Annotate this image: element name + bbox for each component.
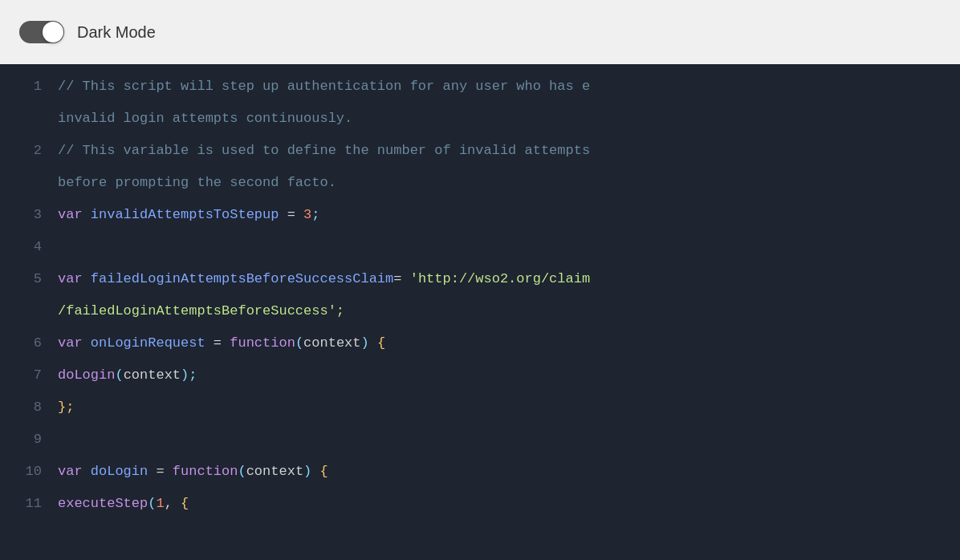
code-token: onLoginRequest bbox=[91, 335, 205, 351]
line-number: 10 bbox=[0, 456, 58, 488]
code-token: 3 bbox=[303, 207, 311, 222]
code-token: { bbox=[181, 496, 189, 511]
code-line-8: 8}; bbox=[0, 392, 960, 424]
code-token: 1 bbox=[156, 496, 164, 511]
toolbar: Dark Mode bbox=[0, 0, 960, 64]
code-token: ) bbox=[361, 335, 369, 351]
code-token: = bbox=[393, 271, 409, 286]
line-content: executeStep(1, { bbox=[58, 488, 960, 520]
code-token: doLogin bbox=[91, 464, 148, 479]
line-content: var invalidAttemptsToStepup = 3; bbox=[58, 199, 960, 231]
code-token: var bbox=[58, 271, 91, 286]
code-token: ( bbox=[295, 335, 303, 351]
code-line-6: 6var onLoginRequest = function(context) … bbox=[0, 327, 960, 359]
code-token: , bbox=[165, 496, 181, 511]
code-token: context bbox=[124, 367, 181, 383]
line-number: 1 bbox=[0, 71, 58, 103]
code-token: ( bbox=[148, 496, 156, 511]
code-line-9: 9 bbox=[0, 424, 960, 456]
code-token: var bbox=[58, 335, 91, 351]
line-number: 8 bbox=[0, 392, 58, 424]
code-line-10: 10var doLogin = function(context) { bbox=[0, 456, 960, 488]
line-number: 4 bbox=[0, 231, 58, 263]
code-line-3: 3var invalidAttemptsToStepup = 3; bbox=[0, 199, 960, 231]
code-line-11: 11 executeStep(1, { bbox=[0, 488, 960, 520]
code-line-2: 2// This variable is used to define the … bbox=[0, 135, 960, 199]
code-continuation-line: invalid login attempts continuously. bbox=[58, 103, 960, 135]
code-token: /failedLoginAttemptsBeforeSuccess'; bbox=[58, 303, 344, 319]
code-token: }; bbox=[58, 400, 74, 415]
code-token: executeStep bbox=[58, 496, 148, 511]
code-token: function bbox=[173, 464, 238, 479]
line-number: 9 bbox=[0, 424, 58, 456]
code-first-line: var failedLoginAttemptsBeforeSuccessClai… bbox=[58, 263, 960, 295]
code-token: = bbox=[148, 464, 173, 479]
code-token: function bbox=[230, 335, 295, 351]
line-content: var onLoginRequest = function(context) { bbox=[58, 327, 960, 359]
code-continuation-line: /failedLoginAttemptsBeforeSuccess'; bbox=[58, 295, 960, 327]
line-content: }; bbox=[58, 392, 960, 424]
code-first-line: // This script will step up authenticati… bbox=[58, 71, 960, 103]
line-content: var doLogin = function(context) { bbox=[58, 456, 960, 488]
code-token: var bbox=[58, 464, 91, 479]
code-token: = bbox=[205, 335, 230, 351]
code-token: = bbox=[279, 207, 303, 222]
code-token: doLogin bbox=[58, 367, 115, 383]
code-continuation-line: before prompting the second facto. bbox=[58, 167, 960, 199]
line-number: 2 bbox=[0, 135, 58, 167]
code-token: ( bbox=[115, 367, 123, 383]
code-lines-wrap: // This variable is used to define the n… bbox=[58, 135, 960, 199]
code-editor: 1// This script will step up authenticat… bbox=[0, 64, 960, 560]
code-line-4: 4 bbox=[0, 231, 960, 263]
dark-mode-toggle[interactable] bbox=[19, 21, 64, 43]
line-number: 6 bbox=[0, 327, 58, 359]
code-token: context bbox=[303, 335, 360, 351]
code-token: before prompting the second facto. bbox=[58, 175, 336, 190]
code-line-5: 5var failedLoginAttemptsBeforeSuccessCla… bbox=[0, 263, 960, 327]
code-token: ) bbox=[181, 367, 189, 383]
code-token: ; bbox=[189, 367, 197, 383]
line-number: 11 bbox=[0, 488, 58, 520]
code-token: context bbox=[246, 464, 303, 479]
line-number: 7 bbox=[0, 359, 58, 392]
code-token: 'http://wso2.org/claim bbox=[410, 271, 590, 286]
code-token: // This variable is used to define the n… bbox=[58, 143, 590, 158]
code-token: ) bbox=[303, 464, 311, 479]
code-token: { bbox=[369, 335, 385, 351]
code-line-1: 1// This script will step up authenticat… bbox=[0, 71, 960, 135]
line-number: 5 bbox=[0, 263, 58, 295]
code-lines-wrap: // This script will step up authenticati… bbox=[58, 71, 960, 135]
code-token: var bbox=[58, 207, 91, 222]
code-line-7: 7 doLogin(context); bbox=[0, 359, 960, 392]
code-token: ( bbox=[238, 464, 246, 479]
dark-mode-label: Dark Mode bbox=[77, 23, 156, 42]
code-token: // This script will step up authenticati… bbox=[58, 79, 590, 94]
code-token: invalidAttemptsToStepup bbox=[91, 207, 279, 222]
line-number: 3 bbox=[0, 199, 58, 231]
toggle-thumb bbox=[43, 22, 63, 43]
code-token: failedLoginAttemptsBeforeSuccessClaim bbox=[91, 271, 393, 286]
code-lines-wrap: var failedLoginAttemptsBeforeSuccessClai… bbox=[58, 263, 960, 327]
code-token: invalid login attempts continuously. bbox=[58, 111, 352, 126]
code-token: ; bbox=[311, 207, 319, 222]
line-content: doLogin(context); bbox=[58, 359, 960, 392]
code-first-line: // This variable is used to define the n… bbox=[58, 135, 960, 167]
code-token: { bbox=[311, 464, 327, 479]
